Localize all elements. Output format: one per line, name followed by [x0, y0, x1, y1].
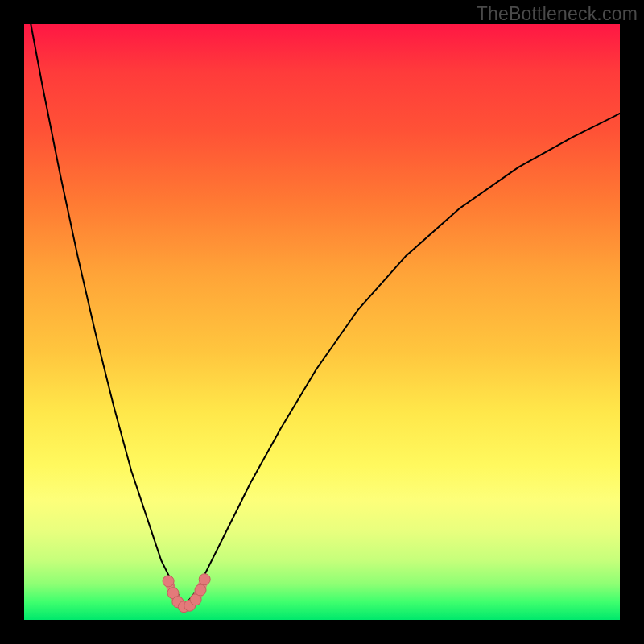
chart-svg: [24, 24, 620, 620]
curve-right-branch: [185, 114, 620, 605]
curve-left-branch: [24, 24, 185, 605]
chart-frame: TheBottleneck.com: [0, 0, 644, 644]
watermark-text: TheBottleneck.com: [477, 3, 638, 25]
marker-cluster: [163, 574, 210, 613]
marker-dot: [195, 584, 206, 596]
curve-group: [24, 24, 620, 605]
marker-dot: [163, 576, 174, 587]
plot-area: [24, 24, 620, 620]
marker-dot: [199, 574, 210, 585]
